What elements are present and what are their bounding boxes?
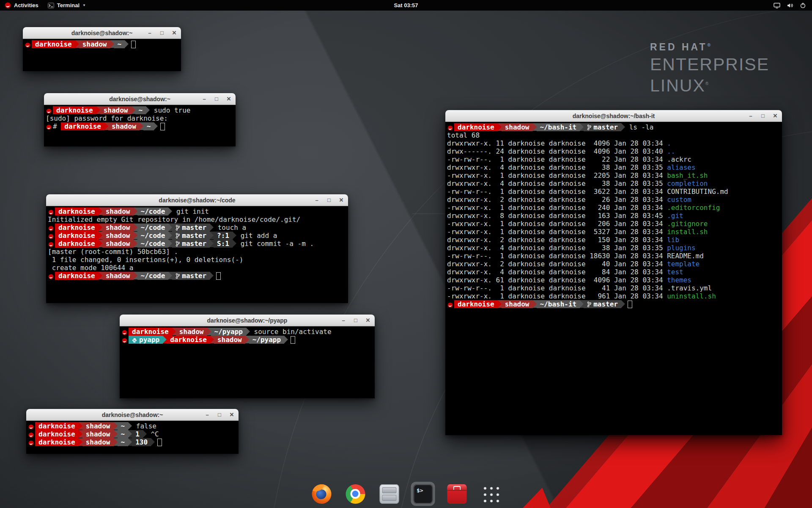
powerline-separator (134, 272, 137, 279)
terminal-line: pyappdarknoiseshadow~/pyapp (121, 336, 373, 344)
powerline-separator (580, 123, 584, 131)
terminal-body[interactable]: darknoiseshadow~ falsedarknoiseshadow~1 … (26, 421, 239, 454)
close-button[interactable]: ✕ (171, 30, 177, 36)
prompt-segment-user: darknoise (454, 123, 498, 131)
window-controls: – □ ✕ (204, 409, 235, 420)
maximize-button[interactable]: □ (353, 318, 359, 323)
terminal-cursor (160, 123, 165, 130)
terminal-text: .editorconfig (667, 204, 720, 212)
close-button[interactable]: ✕ (338, 197, 344, 203)
powerline-separator (79, 438, 82, 446)
titlebar[interactable]: darknoise@shadow:~/bash-it – □ ✕ (445, 110, 782, 122)
minimize-button[interactable]: – (204, 412, 210, 417)
prompt-segment-path: ~/bash-it (537, 300, 580, 308)
prompt-segment-path: ~/bash-it (537, 123, 580, 131)
powerline-separator (210, 240, 214, 247)
maximize-button[interactable]: □ (159, 30, 165, 36)
top-bar: Activities Terminal ▼ Sat 03:57 (0, 0, 812, 11)
terminal-body[interactable]: darknoiseshadow~ sudo true[sudo] passwor… (44, 105, 236, 146)
maximize-button[interactable]: □ (217, 412, 222, 417)
terminal-text: custom (667, 196, 691, 204)
window-controls: – □ ✕ (748, 110, 778, 121)
minimize-button[interactable]: – (340, 318, 346, 323)
powerline-separator (99, 224, 102, 231)
powerline-separator (498, 300, 502, 308)
git-branch-icon (587, 300, 591, 308)
terminal-body[interactable]: darknoiseshadow~/bash-itmaster ls -latot… (445, 122, 782, 435)
clock[interactable]: Sat 03:57 (394, 2, 418, 8)
window-controls: – □ ✕ (201, 93, 232, 105)
terminal-text: completion (667, 179, 708, 188)
terminal-text: drwx------. 24 darknoise darknoise 4096 … (447, 147, 667, 155)
terminal-body[interactable]: darknoiseshadow~/code git initInitialize… (46, 206, 348, 303)
terminal-line: -rwxrwxr-x. 1 darknoise darknoise 2205 J… (447, 171, 780, 179)
close-button[interactable]: ✕ (226, 96, 232, 102)
terminal-text: drwxrwxr-x. 2 darknoise darknoise 150 Ja… (447, 236, 667, 244)
terminal-line: darknoiseshadow~130 (28, 438, 237, 446)
terminal-line: Initialized empty Git repository in /hom… (48, 215, 346, 224)
powerline-separator (143, 430, 147, 438)
terminal-text: themes (667, 276, 691, 284)
app-menu-terminal[interactable]: Terminal ▼ (43, 0, 91, 11)
titlebar[interactable]: darknoise@shadow:~/pyapp – □ ✕ (120, 315, 375, 326)
terminal-line: drwxrwxr-x. 4 darknoise darknoise 38 Jan… (447, 163, 780, 171)
prompt-segment-host: shadow (502, 123, 533, 131)
terminal-line: drwxrwxr-x. 11 darknoise darknoise 4096 … (447, 139, 780, 147)
titlebar[interactable]: darknoise@shadow:~ – □ ✕ (23, 27, 181, 39)
maximize-button[interactable]: □ (326, 197, 332, 203)
prompt-segment-path: ~/code (137, 224, 169, 232)
activities-button[interactable]: Activities (0, 0, 43, 11)
dock-file-manager[interactable] (377, 482, 401, 506)
system-status-area[interactable] (774, 0, 812, 11)
terminal-line: drwxrwxr-x. 2 darknoise darknoise 40 Jan… (447, 260, 780, 268)
powerline-separator (210, 224, 214, 231)
prompt-segment-host: shadow (82, 438, 114, 446)
terminal-body[interactable]: darknoiseshadow~/pyapp source bin/activa… (120, 326, 375, 398)
titlebar[interactable]: darknoise@shadow:~ – □ ✕ (44, 93, 236, 105)
prompt-segment-path: ~/code (137, 272, 169, 280)
brand-linux: LINUX® (650, 77, 769, 94)
minimize-button[interactable]: – (748, 113, 754, 119)
minimize-button[interactable]: – (147, 30, 153, 36)
terminal-text: touch a (214, 224, 246, 232)
prompt-segment-status: ?:1 (214, 232, 233, 240)
minimize-button[interactable]: – (201, 96, 207, 102)
window-title: darknoise@shadow:~ (71, 30, 133, 36)
prompt-segment-git: master (172, 240, 210, 248)
close-button[interactable]: ✕ (229, 412, 235, 417)
chevron-down-icon: ▼ (82, 3, 86, 7)
titlebar[interactable]: darknoise@shadow:~/code – □ ✕ (46, 194, 348, 206)
volume-icon (787, 3, 793, 8)
dock-toolbox[interactable] (445, 482, 469, 506)
maximize-button[interactable]: □ (760, 113, 766, 119)
minimize-button[interactable]: – (314, 197, 320, 203)
redhat-prompt-icon (447, 123, 454, 131)
terminal-body[interactable]: darknoiseshadow~ (23, 39, 181, 71)
close-button[interactable]: ✕ (365, 318, 371, 323)
registered-mark: ® (708, 43, 713, 47)
terminal-app-icon (48, 3, 54, 8)
dock-chrome[interactable] (343, 482, 368, 506)
terminal-line: create mode 100644 a (48, 264, 346, 272)
dock-show-applications[interactable] (479, 482, 503, 506)
dock (310, 482, 503, 506)
terminal-line: drwxrwxr-x. 4 darknoise darknoise 38 Jan… (447, 244, 780, 252)
terminal-text: test (667, 268, 683, 276)
firefox-icon (312, 484, 331, 504)
terminal-line: 1 file changed, 0 insertions(+), 0 delet… (48, 256, 346, 264)
prompt-segment-host: shadow (82, 430, 114, 438)
dock-terminal[interactable] (411, 482, 435, 506)
dock-firefox[interactable] (310, 482, 334, 506)
maximize-button[interactable]: □ (214, 96, 219, 102)
prompt-segment-user: darknoise (53, 106, 96, 114)
terminal-window-bashit: darknoise@shadow:~/bash-it – □ ✕ darknoi… (445, 110, 782, 435)
prompt-segment-path: ~ (118, 438, 129, 446)
close-button[interactable]: ✕ (772, 113, 778, 119)
powerline-separator (114, 430, 118, 438)
powerline-separator (125, 40, 129, 48)
titlebar[interactable]: darknoise@shadow:~ – □ ✕ (26, 409, 239, 421)
terminal-text: uninstall.sh (667, 292, 716, 300)
terminal-line: # darknoiseshadow~ (46, 122, 234, 130)
terminal-text: .ackrc (667, 155, 691, 163)
chrome-icon (346, 484, 365, 504)
